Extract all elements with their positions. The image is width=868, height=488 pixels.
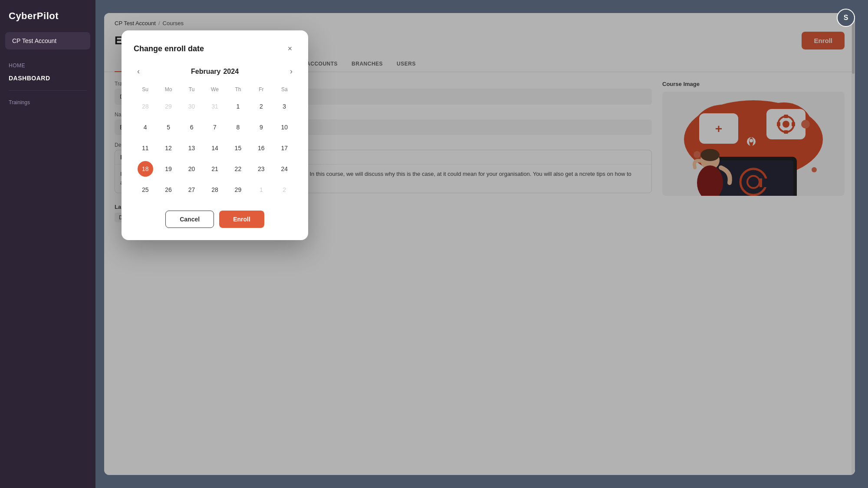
- weekday-su: Su: [134, 85, 157, 96]
- calendar-month: February: [191, 68, 220, 76]
- calendar-day[interactable]: 7: [203, 117, 226, 138]
- calendar-day[interactable]: 9: [250, 117, 273, 138]
- calendar-day[interactable]: 23: [250, 158, 273, 179]
- calendar-day[interactable]: 3: [273, 96, 296, 117]
- account-switcher[interactable]: CP Test Account: [5, 32, 90, 49]
- weekday-fr: Fr: [250, 85, 273, 96]
- modal-card: Change enroll date × ‹ February 2024 ›: [122, 30, 308, 240]
- enroll-button[interactable]: Enroll: [219, 211, 264, 228]
- calendar-day[interactable]: 21: [203, 158, 226, 179]
- calendar-day[interactable]: 8: [227, 117, 250, 138]
- calendar-day[interactable]: 1: [227, 96, 250, 117]
- modal-header: Change enroll date ×: [134, 43, 296, 55]
- modal-overlay: Change enroll date × ‹ February 2024 ›: [104, 13, 855, 475]
- calendar-day[interactable]: 13: [180, 138, 203, 158]
- sidebar-item-dashboard[interactable]: DASHBOARD: [0, 70, 95, 86]
- calendar-day[interactable]: 31: [203, 96, 226, 117]
- calendar-grid: Su Mo Tu We Th Fr Sa 2829303112345678910…: [134, 85, 296, 200]
- calendar-year: 2024: [223, 68, 239, 76]
- calendar-day[interactable]: 27: [180, 179, 203, 200]
- calendar-day[interactable]: 4: [134, 117, 157, 138]
- sidebar-divider: [9, 90, 87, 91]
- calendar-day[interactable]: 17: [273, 138, 296, 158]
- modal-title: Change enroll date: [134, 44, 204, 53]
- calendar-day[interactable]: 22: [227, 158, 250, 179]
- calendar-day[interactable]: 19: [157, 158, 180, 179]
- calendar-day[interactable]: 30: [180, 96, 203, 117]
- sidebar-section-home: Home: [0, 58, 95, 70]
- calendar-day[interactable]: 2: [273, 179, 296, 200]
- calendar-day[interactable]: 6: [180, 117, 203, 138]
- weekday-we: We: [203, 85, 226, 96]
- calendar-day[interactable]: 18: [134, 158, 157, 179]
- calendar-day[interactable]: 14: [203, 138, 226, 158]
- course-page: CP Test Account / Courses Email and Pers…: [104, 13, 855, 475]
- weekday-mo: Mo: [157, 85, 180, 96]
- sidebar-section-trainings: Trainings: [0, 95, 95, 107]
- calendar-day[interactable]: 29: [157, 96, 180, 117]
- next-month-button[interactable]: ›: [286, 65, 296, 78]
- calendar-day[interactable]: 1: [250, 179, 273, 200]
- app-logo: CyberPilot: [0, 0, 95, 32]
- avatar[interactable]: S: [837, 9, 855, 27]
- weekday-tu: Tu: [180, 85, 203, 96]
- calendar-month-year: February 2024: [191, 68, 239, 76]
- calendar-day[interactable]: 10: [273, 117, 296, 138]
- calendar-day[interactable]: 25: [134, 179, 157, 200]
- calendar-day[interactable]: 5: [157, 117, 180, 138]
- modal-footer: Cancel Enroll: [134, 211, 296, 228]
- cancel-button[interactable]: Cancel: [165, 211, 214, 228]
- calendar-day[interactable]: 20: [180, 158, 203, 179]
- calendar-day[interactable]: 11: [134, 138, 157, 158]
- calendar-day[interactable]: 29: [227, 179, 250, 200]
- weekday-th: Th: [227, 85, 250, 96]
- sidebar: CyberPilot CP Test Account Home DASHBOAR…: [0, 0, 95, 488]
- calendar-day[interactable]: 26: [157, 179, 180, 200]
- weekday-sa: Sa: [273, 85, 296, 96]
- calendar-day[interactable]: 28: [203, 179, 226, 200]
- calendar-day[interactable]: 15: [227, 138, 250, 158]
- main-area: S CP Test Account / Courses Email and Pe…: [95, 0, 868, 488]
- calendar-day[interactable]: 28: [134, 96, 157, 117]
- calendar-day[interactable]: 12: [157, 138, 180, 158]
- calendar-day[interactable]: 16: [250, 138, 273, 158]
- modal-close-button[interactable]: ×: [284, 43, 296, 55]
- calendar-day[interactable]: 24: [273, 158, 296, 179]
- calendar-day[interactable]: 2: [250, 96, 273, 117]
- calendar-nav: ‹ February 2024 ›: [134, 65, 296, 78]
- prev-month-button[interactable]: ‹: [134, 65, 143, 78]
